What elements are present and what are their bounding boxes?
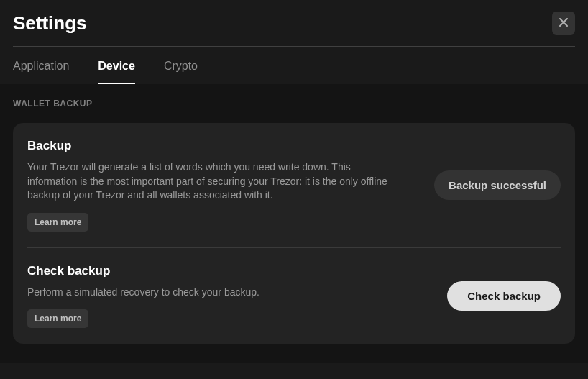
tabs: Application Device Crypto xyxy=(0,60,588,84)
check-backup-description: Perform a simulated recovery to check yo… xyxy=(27,286,394,300)
panel-divider xyxy=(27,247,561,248)
tab-application[interactable]: Application xyxy=(13,60,69,84)
content-area: WALLET BACKUP Backup Your Trezor will ge… xyxy=(0,84,588,363)
page-title: Settings xyxy=(13,12,87,35)
backup-info: Backup Your Trezor will generate a list … xyxy=(27,139,394,232)
check-backup-button[interactable]: Check backup xyxy=(447,281,561,311)
header: Settings xyxy=(0,0,588,46)
backup-learn-more-button[interactable]: Learn more xyxy=(27,213,88,232)
check-backup-row: Check backup Perform a simulated recover… xyxy=(27,264,561,329)
backup-title: Backup xyxy=(27,139,394,153)
section-label-wallet-backup: WALLET BACKUP xyxy=(13,99,575,109)
check-backup-info: Check backup Perform a simulated recover… xyxy=(27,264,394,329)
tab-device[interactable]: Device xyxy=(98,60,135,84)
backup-status-badge: Backup successful xyxy=(434,170,561,200)
tab-crypto[interactable]: Crypto xyxy=(164,60,198,84)
backup-description: Your Trezor will generate a list of word… xyxy=(27,160,394,203)
check-backup-learn-more-button[interactable]: Learn more xyxy=(27,309,88,328)
check-backup-title: Check backup xyxy=(27,264,394,278)
header-divider xyxy=(13,46,575,47)
close-button[interactable] xyxy=(552,12,575,35)
wallet-backup-panel: Backup Your Trezor will generate a list … xyxy=(13,123,575,344)
backup-row: Backup Your Trezor will generate a list … xyxy=(27,139,561,232)
close-icon xyxy=(559,17,568,29)
